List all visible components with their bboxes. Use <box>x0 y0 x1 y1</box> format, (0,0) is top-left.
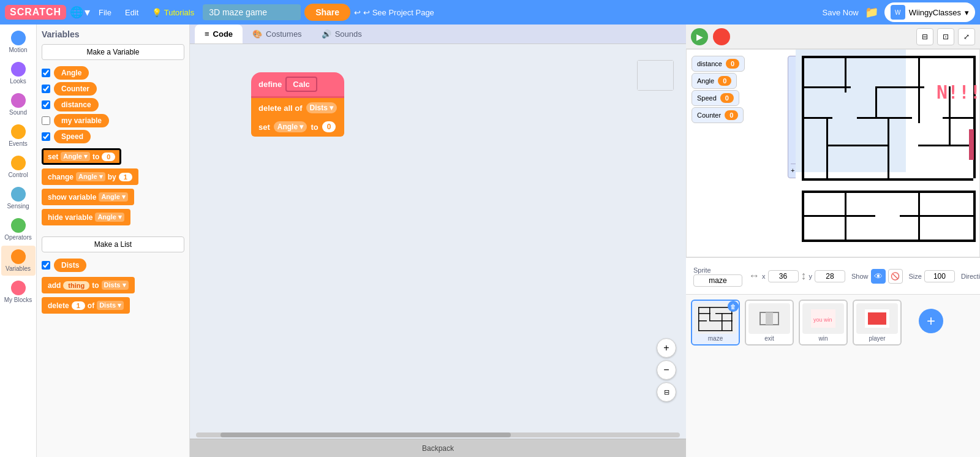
x-label: x <box>762 273 766 280</box>
change-dropdown[interactable]: Angle ▾ <box>76 172 105 181</box>
distance-badge[interactable]: distance <box>54 98 99 111</box>
sprite-thumb-wrapper-win: you win win <box>799 300 848 346</box>
tab-costumes[interactable]: 🎨 Costumes <box>243 25 312 43</box>
sidebar-item-control[interactable]: Control <box>1 152 36 182</box>
user-menu[interactable]: W WiingyClasses ▾ <box>884 2 975 22</box>
folder-button[interactable]: 📁 <box>865 6 878 19</box>
make-list-button[interactable]: Make a List <box>42 236 184 252</box>
show-variable-block[interactable]: show variable Angle ▾ <box>42 189 134 205</box>
angle-monitor-label: Angle <box>697 77 714 85</box>
show-hidden-btn[interactable]: 🚫 <box>888 269 903 284</box>
backpack-bar[interactable]: Backpack <box>190 439 686 457</box>
dists-dropdown[interactable]: Dists ▾ <box>306 102 337 113</box>
define-block[interactable]: define Calc <box>251 72 344 96</box>
globe-button[interactable]: 🌐 ▾ <box>70 6 90 19</box>
angle-checkbox[interactable] <box>42 69 50 77</box>
motion-dot <box>11 31 26 45</box>
make-variable-button[interactable]: Make a Variable <box>42 44 184 60</box>
set-block-row: set Angle ▾ to 0 <box>42 148 184 165</box>
angle-monitor: Angle 0 <box>692 73 737 89</box>
zoom-in-button[interactable]: + <box>657 338 676 358</box>
svg-rect-37 <box>709 320 733 322</box>
add-list-dropdown[interactable]: Dists ▾ <box>102 281 129 290</box>
speed-checkbox[interactable] <box>42 132 50 141</box>
angle-dropdown[interactable]: Angle ▾ <box>61 152 90 161</box>
canvas-scrollbar[interactable] <box>196 432 680 437</box>
change-label: change <box>48 173 74 181</box>
project-title-input[interactable] <box>203 4 301 20</box>
globe-dropdown-icon: ▾ <box>85 6 90 19</box>
svg-rect-11 <box>826 145 888 146</box>
sprite-thumb-exit[interactable]: exit <box>745 300 794 346</box>
sprite-thumb-win[interactable]: you win win <box>799 300 848 346</box>
hide-variable-block[interactable]: hide variable Angle ▾ <box>42 209 130 225</box>
size-input[interactable] <box>924 270 955 282</box>
sidebar-item-variables[interactable]: Variables <box>1 246 36 276</box>
tab-code[interactable]: ≡ Code <box>195 25 243 43</box>
xy-arrows-icon: ↔ <box>748 270 760 282</box>
zoom-out-button[interactable]: − <box>657 360 676 380</box>
speed-badge[interactable]: Speed <box>54 130 91 143</box>
sidebar-item-operators[interactable]: Operators <box>1 214 36 244</box>
stage-small-btn[interactable]: ⊟ <box>916 28 933 45</box>
sprite-img-exit <box>748 303 790 334</box>
share-button[interactable]: Share <box>304 4 350 21</box>
myvariable-checkbox[interactable] <box>42 116 50 125</box>
delete-from-list-block[interactable]: delete 1 of Dists ▾ <box>42 297 130 314</box>
sprite-thumb-wrapper-maze: 🗑 <box>691 300 740 346</box>
variable-row-myvariable: my variable <box>42 114 184 127</box>
sidebar-item-motion[interactable]: Motion <box>1 27 36 57</box>
sensing-label: Sensing <box>7 203 29 210</box>
save-now-button[interactable]: Save Now <box>823 8 859 17</box>
change-angle-block[interactable]: change Angle ▾ by 1 <box>42 168 138 185</box>
set-angle-block[interactable]: set Angle ▾ to 0 <box>42 148 121 165</box>
scratch-logo[interactable]: SCRATCH <box>5 5 66 20</box>
sprite-thumb-player[interactable]: player <box>853 300 902 346</box>
zoom-fit-button[interactable]: ⊟ <box>657 382 676 402</box>
dists-badge[interactable]: Dists <box>54 259 86 272</box>
stop-button[interactable] <box>713 28 730 45</box>
file-menu[interactable]: File <box>94 6 116 20</box>
distance-checkbox[interactable] <box>42 100 50 109</box>
svg-rect-38 <box>709 307 710 320</box>
green-flag-button[interactable]: ▶ <box>691 28 708 45</box>
right-panel: ▶ ⊟ ⊡ ⤢ distance 0 Angle 0 Speed 0 <box>686 25 980 457</box>
distance-monitor-label: distance <box>697 60 722 67</box>
myvariable-badge[interactable]: my variable <box>54 114 109 127</box>
show-var-dropdown[interactable]: Angle ▾ <box>99 192 128 202</box>
tutorials-button[interactable]: 💡 Tutorials <box>147 6 199 20</box>
add-block-row: add thing to Dists ▾ <box>42 277 184 293</box>
sidebar-item-sensing[interactable]: Sensing <box>1 183 36 213</box>
angle-script-dropdown[interactable]: Angle ▾ <box>274 121 307 132</box>
sidebar-item-sound[interactable]: Sound <box>1 89 36 119</box>
show-visible-btn[interactable]: 👁 <box>871 269 886 284</box>
sidebar-item-myblocks[interactable]: My Blocks <box>1 277 36 307</box>
sprite-name-input[interactable] <box>693 274 742 287</box>
backpack-label: Backpack <box>422 444 454 453</box>
sprite-thumb-maze[interactable]: 🗑 <box>691 300 740 346</box>
control-label: Control <box>8 172 28 178</box>
hide-var-dropdown[interactable]: Angle ▾ <box>95 213 124 222</box>
y-input[interactable] <box>815 270 845 282</box>
stage-fullscreen-btn[interactable]: ⤢ <box>958 28 975 45</box>
add-sprite-button[interactable]: + <box>907 300 956 342</box>
delete-all-block[interactable]: delete all of Dists ▾ <box>251 98 344 118</box>
tab-sounds[interactable]: 🔊 Sounds <box>312 25 372 43</box>
x-input[interactable] <box>768 270 799 282</box>
add-to-list-block[interactable]: add thing to Dists ▾ <box>42 277 135 293</box>
events-dot <box>11 124 26 139</box>
edit-menu[interactable]: Edit <box>120 6 143 20</box>
delete-list-dropdown[interactable]: Dists ▾ <box>97 301 124 310</box>
stage-normal-btn[interactable]: ⊡ <box>937 28 954 45</box>
sidebar-item-events[interactable]: Events <box>1 121 36 151</box>
angle-badge[interactable]: Angle <box>54 66 89 80</box>
dists-checkbox[interactable] <box>42 261 50 270</box>
see-project-button[interactable]: ↩ ↩ See Project Page <box>354 8 434 17</box>
operators-label: Operators <box>4 234 31 241</box>
player-thumb-label: player <box>856 335 898 342</box>
counter-checkbox[interactable] <box>42 85 50 93</box>
sidebar-item-looks[interactable]: Looks <box>1 58 36 88</box>
counter-badge[interactable]: Counter <box>54 82 97 96</box>
set-angle-script-block[interactable]: set Angle ▾ to 0 <box>251 117 344 137</box>
sprite-delete-maze[interactable]: 🗑 <box>728 301 739 312</box>
